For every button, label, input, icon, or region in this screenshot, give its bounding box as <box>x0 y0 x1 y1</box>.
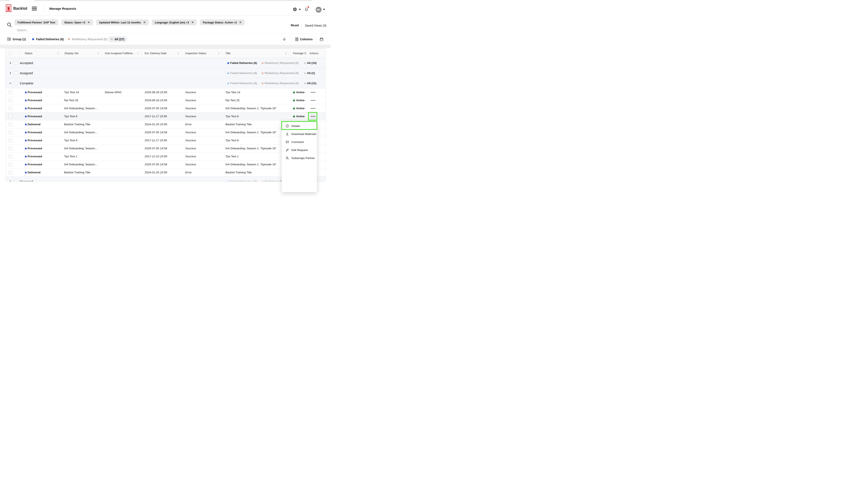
group-icon <box>7 37 11 41</box>
table-row[interactable]: ProcessedTpo Test 12017-12-10 23:59Succe… <box>6 152 325 160</box>
table-row[interactable]: DeliveredBacklot Training Title2024-01-2… <box>6 120 325 128</box>
select-all-checkbox[interactable] <box>9 52 12 55</box>
avatar-caret-icon[interactable] <box>323 9 325 10</box>
gear-icon[interactable] <box>293 7 297 12</box>
filter-chip[interactable]: Fulfillment Partner: SAP Test <box>14 19 58 25</box>
row-actions-menu-icon[interactable] <box>310 114 316 119</box>
package-status-dot <box>293 108 295 109</box>
row-checkbox[interactable] <box>9 123 12 126</box>
est-delivery-cell: 2025-07-05 14:59 <box>144 104 167 112</box>
table-row[interactable]: ProcessedTpo Test 82017-11-17 23:59Succe… <box>6 137 325 144</box>
menu-item-download-materials[interactable]: Download Materials <box>282 130 317 138</box>
row-actions-menu-icon[interactable] <box>310 97 316 103</box>
collapse-rows-icon[interactable] <box>282 37 286 41</box>
group-badge: Redelivery Requested (0) <box>265 78 299 88</box>
toolbar-divider <box>315 35 316 44</box>
badge-dot <box>262 72 264 74</box>
filter-chip[interactable]: Status: Open +3✕ <box>61 19 93 25</box>
column-header[interactable]: Est. Delivery Date <box>144 49 180 58</box>
column-menu-icon[interactable]: ⋮ <box>217 49 220 58</box>
remove-filter-icon[interactable]: ✕ <box>143 21 146 24</box>
chevron-right-icon[interactable] <box>9 62 12 64</box>
search-input[interactable]: Search... <box>17 29 29 32</box>
tab-failed-deliveries[interactable]: Failed Deliveries (6) <box>32 37 64 41</box>
tab-redelivery-requested[interactable]: Redelivery Requested (0) <box>68 37 107 41</box>
est-delivery-cell: 2025-07-05 14:59 <box>144 128 167 137</box>
table-row[interactable]: ProcessedImf Onboarding: Season...2025-0… <box>6 104 325 112</box>
table-row[interactable]: ProcessedImf Onboarding: Season...2025-0… <box>6 144 325 152</box>
gear-caret-icon[interactable] <box>299 9 301 10</box>
filter-chip[interactable]: Language: English (en) +3✕ <box>152 19 197 25</box>
notification-dot <box>308 6 309 8</box>
menu-item-edit-request[interactable]: Edit Request <box>282 146 317 154</box>
row-checkbox[interactable] <box>9 163 12 166</box>
row-checkbox[interactable] <box>9 91 12 94</box>
column-header[interactable]: Title <box>225 49 280 58</box>
remove-filter-icon[interactable]: ✕ <box>239 21 242 24</box>
remove-filter-icon[interactable]: ✕ <box>191 21 194 24</box>
netflix-logo-icon[interactable] <box>6 4 11 13</box>
table-row[interactable]: ProcessedTpo Test 62017-11-17 23:59Succe… <box>6 112 325 120</box>
filter-chip[interactable]: Package Status: Active +2✕ <box>200 19 245 25</box>
tab-label: Redelivery Requested (0) <box>72 37 107 41</box>
requests-table: StatusDisplay SetSub Assigned Fulfillme.… <box>6 48 326 182</box>
row-actions-menu-icon[interactable] <box>310 105 316 111</box>
chevron-down-icon[interactable] <box>9 82 12 85</box>
saved-views-button[interactable]: Saved Views (3) <box>305 24 327 27</box>
row-checkbox[interactable] <box>9 131 12 134</box>
inspection-cell: Success <box>185 104 196 112</box>
filter-chip[interactable]: Updated Within: Last 12 months✕ <box>96 19 149 25</box>
status-cell: Processed <box>28 144 42 152</box>
row-checkbox[interactable] <box>9 171 12 174</box>
group-row-received[interactable]: ReceivedFailed Deliveries (0)Redelivery … <box>6 176 325 182</box>
column-header[interactable]: Display Set <box>65 49 98 58</box>
column-header[interactable]: Sub Assigned Fulfillme... <box>105 49 140 58</box>
column-menu-icon[interactable]: ⋮ <box>56 49 60 58</box>
group-checkbox[interactable] <box>14 72 18 75</box>
reset-button[interactable]: Reset <box>291 24 299 27</box>
est-delivery-cell: 2024-01-20 23:59 <box>144 120 167 128</box>
menu-item-comment[interactable]: Comment <box>282 138 317 146</box>
row-checkbox[interactable] <box>9 115 12 118</box>
group-checkbox[interactable] <box>14 180 18 182</box>
column-menu-icon[interactable]: ⋮ <box>97 49 100 58</box>
display-set-cell: Tpo Test 8 <box>64 137 77 144</box>
row-actions-menu-icon[interactable] <box>310 89 316 95</box>
group-checkbox[interactable] <box>14 82 18 85</box>
search-icon[interactable] <box>7 22 12 28</box>
row-checkbox[interactable] <box>9 139 12 142</box>
menu-item-details[interactable]: Details <box>282 122 317 130</box>
table-row[interactable]: ProcessedPpi Test 252019-09-18 23:59Succ… <box>6 96 325 104</box>
column-menu-icon[interactable]: ⋮ <box>177 49 180 58</box>
column-menu-icon[interactable]: ⋮ <box>137 49 140 58</box>
table-row[interactable]: ProcessedImf Onboarding: Season...2025-0… <box>6 160 325 169</box>
tab-all[interactable]: All (27) <box>108 36 127 42</box>
hamburger-menu-icon[interactable] <box>32 7 37 10</box>
group-checkbox[interactable] <box>14 61 18 65</box>
menu-item-subassign-partner[interactable]: Subassign Partner <box>282 154 317 162</box>
row-checkbox[interactable] <box>9 155 12 158</box>
calendar-icon[interactable] <box>319 37 324 42</box>
group-row-complete[interactable]: CompleteFailed Deliveries (0)Redelivery … <box>6 78 325 88</box>
table-row[interactable]: ProcessedTpo Test 14Deluxe APAC2025-06-2… <box>6 88 325 96</box>
chevron-right-icon[interactable] <box>9 72 12 74</box>
column-header[interactable]: Status <box>25 49 56 58</box>
remove-filter-icon[interactable]: ✕ <box>87 21 90 24</box>
group-label: Assigned <box>20 68 33 78</box>
group-button[interactable]: Group (1) <box>7 37 26 41</box>
group-row-accepted[interactable]: AcceptedFailed Deliveries (6)Redelivery … <box>6 58 325 68</box>
column-menu-icon[interactable]: ⋮ <box>285 49 287 58</box>
column-header[interactable]: Package St <box>293 49 306 58</box>
row-checkbox[interactable] <box>9 107 12 110</box>
avatar[interactable]: MC <box>315 7 322 13</box>
badge-dot <box>304 72 306 74</box>
column-header[interactable]: Actions <box>309 49 324 58</box>
row-checkbox[interactable] <box>9 99 12 102</box>
columns-button[interactable]: Columns <box>296 37 313 41</box>
column-header[interactable]: Inspection Status <box>185 49 219 58</box>
table-row[interactable]: ProcessedImf Onboarding: Season...2025-0… <box>6 128 325 137</box>
group-row-assigned[interactable]: AssignedFailed Deliveries (0)Redelivery … <box>6 68 325 78</box>
row-checkbox[interactable] <box>9 147 12 150</box>
table-row[interactable]: DeliveredBacklot Training Title2024-01-2… <box>6 169 325 176</box>
chevron-right-icon[interactable] <box>9 180 12 182</box>
